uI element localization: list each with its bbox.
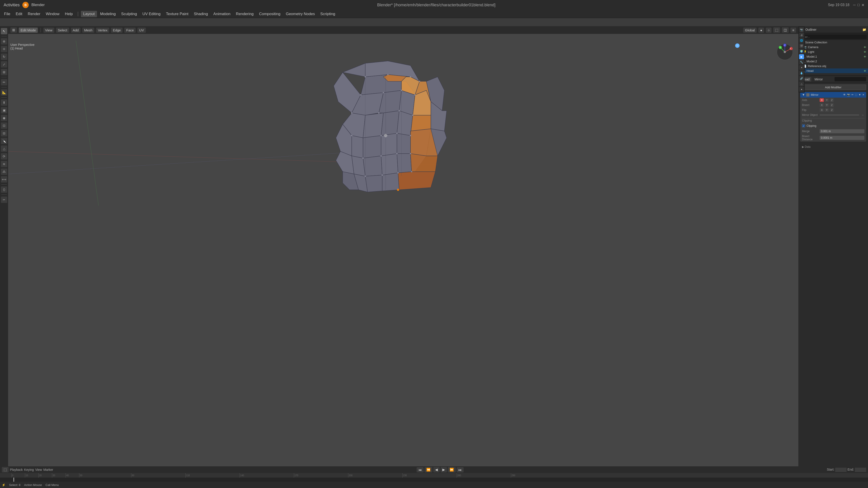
menu-render[interactable]: Render [26,11,43,17]
tool-extrude[interactable]: ⬆ [1,99,7,106]
add-modifier-btn[interactable]: Add Modifier [800,85,866,90]
tab-compositing[interactable]: Compositing [257,11,283,17]
modifier-menu-icon[interactable]: ▼ [859,93,861,96]
viewport[interactable]: ⊞ Edit Mode View Select Add Mesh Vertex … [8,26,798,466]
tab-shading[interactable]: Shading [191,11,210,17]
prop-tab-world[interactable]: 🌍 [799,49,804,54]
timeline-view[interactable]: View [35,468,42,471]
outliner-reference[interactable]: 📄 Reference.obj [798,64,868,68]
prop-tab-material[interactable]: ● [799,87,804,92]
flip-y-btn[interactable]: Y [825,108,829,112]
tool-slide-relax[interactable]: ⟺ [1,176,7,183]
tool-knife[interactable]: 🔪 [1,138,7,144]
outliner-light[interactable]: 💡 Light 👁 [798,50,868,54]
tool-move[interactable]: ✛ [1,46,7,52]
bisect-y-btn[interactable]: Y [825,103,829,107]
menu-help[interactable]: Help [63,11,75,17]
end-frame-input[interactable]: 250 [855,468,866,472]
modifier-realtime-icon[interactable]: 👁 [843,93,846,96]
viewport-properties[interactable]: ≡ [790,28,796,33]
tab-geometry-nodes[interactable]: Geometry Nodes [283,11,317,17]
activities-button[interactable]: Activities [4,3,20,7]
viewport-view-menu[interactable]: View [43,28,54,33]
tab-modeling[interactable]: Modeling [98,11,118,17]
maximize-icon[interactable]: □ [857,3,860,7]
timeline-playback[interactable]: Playback [10,468,23,471]
viewport-select-menu[interactable]: Select [56,28,69,33]
timeline-expand-btn[interactable]: ⬚ [2,467,8,473]
prop-tab-scene[interactable]: 🎬 [799,43,804,48]
prop-tab-view-layer[interactable]: 🌐 [799,38,804,43]
modifier-render-icon[interactable]: 📷 [847,93,850,96]
outliner-model1[interactable]: △ Model.1 👁 [798,54,868,59]
prop-tab-data[interactable]: △ [799,81,804,86]
tab-scripting[interactable]: Scripting [318,11,338,17]
tool-spin[interactable]: ⟳ [1,153,7,160]
tool-select[interactable]: ↖ [1,28,7,34]
tool-bevel[interactable]: ◉ [1,115,7,121]
clipping-checkbox[interactable]: ✓ [802,124,805,127]
tool-poly-build[interactable]: △ [1,145,7,152]
play-btn[interactable]: ▶ [440,467,447,473]
modifier-cage-icon[interactable]: ⬚ [855,93,857,96]
timeline-keying[interactable]: Keying [24,468,34,471]
timeline-marker[interactable]: Marker [43,468,53,471]
viewport-edit-mode[interactable]: Edit Mode [19,28,38,33]
window-controls[interactable]: ─ □ ✕ [853,3,864,7]
minimize-icon[interactable]: ─ [853,3,856,7]
outliner-head[interactable]: △ Head 👁 [798,68,868,73]
camera-vis[interactable]: 👁 [864,46,866,48]
modifier-edit-icon[interactable]: ✏ [851,93,854,96]
viewport-xray[interactable]: ◫ [782,27,789,33]
viewport-face-menu[interactable]: Face [124,28,135,33]
tool-shear[interactable]: ⟨⟩ [1,186,7,193]
prop-tab-object[interactable]: ▶ [799,54,804,59]
prop-tab-physics[interactable]: 💧 [799,70,804,75]
bisect-x-btn[interactable]: X [819,103,824,107]
viewport-mesh-menu[interactable]: Mesh [82,28,94,33]
outliner-search[interactable] [800,35,867,39]
menu-file[interactable]: File [2,11,12,17]
tab-sculpting[interactable]: Sculpting [119,11,139,17]
menu-window[interactable]: Window [43,11,61,17]
prev-frame-btn[interactable]: ⏪ [425,467,432,473]
model1-vis[interactable]: 👁 [864,55,866,58]
tool-inset[interactable]: ▣ [1,107,7,113]
prop-tab-particles[interactable]: ✦ [799,65,804,70]
start-frame-input[interactable]: 0 [835,468,846,472]
head-vis[interactable]: 👁 [864,70,866,72]
viewport-shading-wire[interactable]: ○ [766,28,772,33]
tool-annotate[interactable]: ✏ [1,79,7,86]
viewport-uv-menu[interactable]: UV [137,28,146,33]
jump-start-btn[interactable]: ⏮ [416,467,424,473]
tool-transform[interactable]: ⊞ [1,69,7,75]
prop-tab-render[interactable]: 📷 [799,27,804,32]
blender-logo[interactable]: B [22,2,29,8]
axis-y-btn[interactable]: Y [825,98,829,102]
modifier-check[interactable] [806,93,809,96]
tool-rip[interactable]: ✂ [1,197,7,203]
outliner-camera[interactable]: 📷 Camera 👁 [798,45,868,50]
axis-x-btn[interactable]: X [819,98,824,102]
tool-loop-cut[interactable]: ⊡ [1,123,7,129]
tool-rotate[interactable]: ↻ [1,54,7,60]
tool-smooth[interactable]: ≋ [1,161,7,167]
tool-cursor[interactable]: ⊕ [1,38,7,44]
play-reverse-btn[interactable]: ◀ [433,467,440,473]
modifier-expand-icon[interactable]: ▼ [802,93,805,96]
tab-uv-editing[interactable]: UV Editing [140,11,163,17]
jump-end-btn[interactable]: ⏭ [457,467,464,473]
viewport-add-menu[interactable]: Add [71,28,81,33]
close-icon[interactable]: ✕ [862,3,864,7]
viewport-mode-btn[interactable]: ⊞ [10,27,17,33]
data-expand-icon[interactable]: ▶ [802,145,804,149]
tab-animation[interactable]: Animation [211,11,233,17]
outliner-model2[interactable]: △ Model.2 [798,59,868,64]
prop-tab-modifier[interactable]: 🔧 [799,60,804,65]
tool-randomize[interactable]: ⁂ [1,168,7,175]
mirror-object-value[interactable] [819,115,859,116]
viewport-vertex-menu[interactable]: Vertex [96,28,110,33]
tab-texture-paint[interactable]: Texture Paint [164,11,191,17]
global-btn[interactable]: Global [743,28,756,33]
bisect-z-btn[interactable]: Z [830,103,834,107]
